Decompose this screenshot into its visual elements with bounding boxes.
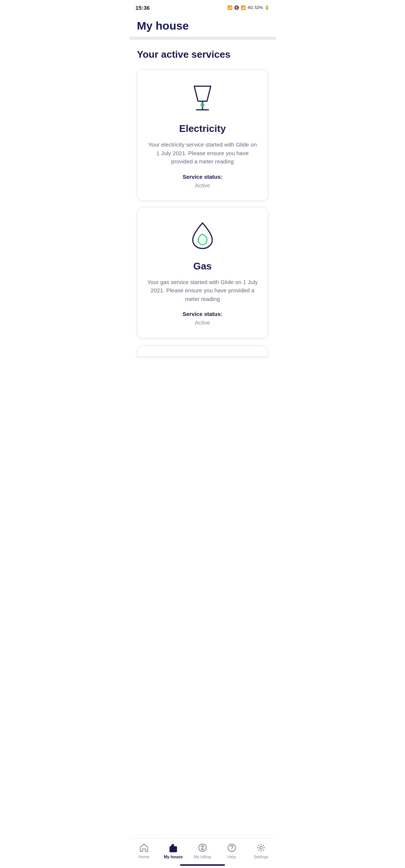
svg-point-3 <box>202 105 203 106</box>
help-icon <box>226 843 237 853</box>
home-label: Home <box>138 855 149 859</box>
bluetooth-icon: 📶 <box>227 5 232 10</box>
main-content: My house Your active services <box>129 13 276 391</box>
svg-rect-4 <box>170 846 177 852</box>
help-label: Help <box>228 855 236 859</box>
wifi-icon: 📶 <box>241 5 246 10</box>
home-icon <box>139 843 149 853</box>
section-title: Your active services <box>129 49 276 69</box>
gas-icon <box>146 219 259 253</box>
settings-label: Settings <box>254 855 268 859</box>
gas-status-value: Active <box>146 319 259 326</box>
nav-help[interactable]: Help <box>220 843 243 859</box>
status-icons: 📶 🔇 📶 4G 52% 🔋 <box>227 5 270 10</box>
myhouse-label: My house <box>164 855 183 859</box>
gas-status-label: Service status: <box>146 311 259 317</box>
electricity-description: Your electricity service started with Gl… <box>146 141 259 166</box>
mybilling-label: My billing <box>194 855 211 859</box>
battery-icon: 🔋 <box>264 5 270 10</box>
cards-container: Electricity Your electricity service sta… <box>129 69 276 346</box>
page-header: My house <box>129 13 276 37</box>
gas-description: Your gas service started with Glide on 1… <box>146 278 259 304</box>
electricity-service-name: Electricity <box>146 123 259 135</box>
electricity-icon <box>146 82 259 115</box>
status-time: 15:36 <box>135 4 150 11</box>
divider-band <box>129 37 276 40</box>
battery-text: 52% <box>255 5 263 10</box>
settings-icon <box>256 843 266 853</box>
bottom-nav: Home My house My billing Help <box>129 838 276 868</box>
gas-card[interactable]: Gas Your gas service started with Glide … <box>137 207 268 338</box>
electricity-status-label: Service status: <box>146 174 259 180</box>
status-bar: 15:36 📶 🔇 📶 4G 52% 🔋 <box>129 0 276 13</box>
gas-service-name: Gas <box>146 260 259 272</box>
myhouse-icon <box>168 843 178 853</box>
nav-myhouse[interactable]: My house <box>162 843 184 859</box>
electricity-status-value: Active <box>146 182 259 189</box>
nav-settings[interactable]: Settings <box>250 843 272 859</box>
svg-point-7 <box>231 850 232 850</box>
signal-icon: 4G <box>248 5 253 10</box>
page-title: My house <box>137 19 268 32</box>
home-gesture-bar <box>180 864 225 866</box>
mute-icon: 🔇 <box>234 5 239 10</box>
mybilling-icon <box>197 843 208 853</box>
nav-mybilling[interactable]: My billing <box>191 843 214 859</box>
electricity-card[interactable]: Electricity Your electricity service sta… <box>137 69 268 201</box>
nav-home[interactable]: Home <box>133 843 155 859</box>
svg-point-8 <box>260 847 262 849</box>
partial-card <box>137 346 268 357</box>
